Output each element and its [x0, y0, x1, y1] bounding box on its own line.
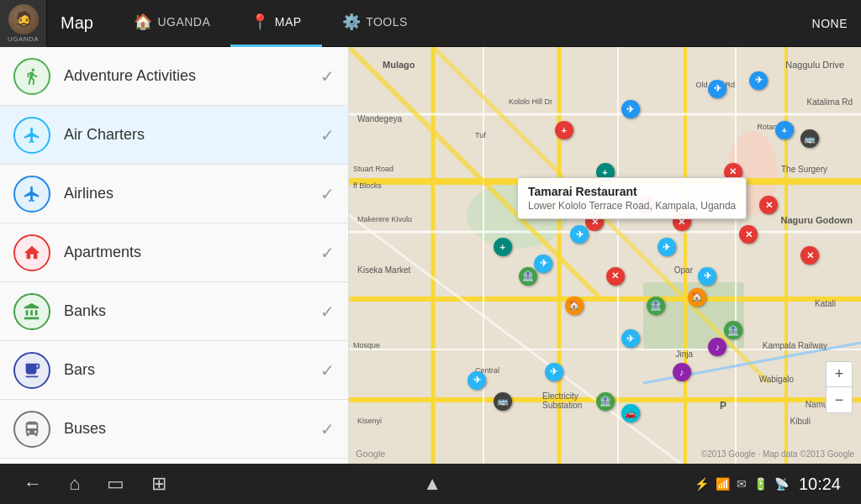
pin-lightblue-4: ✈	[698, 267, 716, 286]
airlines-icon	[13, 176, 50, 213]
pin-purple-2: ♪	[673, 363, 691, 381]
banks-label: Banks	[64, 302, 320, 320]
sidebar-item-adventure[interactable]: Adventure Activities ✓	[0, 47, 348, 106]
map-label-naggulu: Naggulu Drive	[785, 60, 844, 70]
battery-icon: 🔋	[753, 477, 768, 491]
map-controls: + −	[826, 361, 853, 413]
pin-lightblue-5: ✈	[621, 329, 640, 348]
google-watermark: Google	[356, 449, 385, 459]
zoom-out-button[interactable]: −	[827, 387, 852, 412]
recents-button[interactable]: ▭	[103, 470, 128, 498]
buses-check: ✓	[320, 419, 335, 439]
map-label-katali: Katali	[815, 299, 836, 308]
air-charters-icon	[13, 117, 50, 154]
sidebar-item-buses[interactable]: Buses ✓	[0, 400, 348, 459]
pin-cyan-1: 🚗	[621, 404, 640, 423]
pin-orange-2: 🏠	[688, 288, 706, 307]
pin-lightblue-6: ✈	[545, 363, 563, 381]
pin-blue-2: ✈	[708, 80, 726, 98]
bars-check: ✓	[320, 360, 335, 381]
map-label-katalima: Katalima Rd	[807, 97, 853, 107]
apartments-icon	[13, 234, 50, 271]
pin-red-1: +	[555, 121, 573, 139]
sidebar-item-air-charters[interactable]: Air Charters ✓	[0, 106, 348, 165]
status-icons: ⚡ 📶 ✉ 🔋 📡	[695, 477, 789, 491]
sidebar: Adventure Activities ✓ Air Charters ✓ Ai…	[0, 47, 349, 464]
up-button[interactable]: ▲	[423, 473, 441, 495]
tab-tools[interactable]: ⚙️ TOOLS	[322, 0, 428, 47]
apartments-label: Apartments	[64, 244, 320, 261]
pin-green-3: 🏦	[724, 321, 742, 339]
mail-icon: ✉	[737, 477, 747, 491]
pin-purple-1: ♪	[708, 338, 726, 356]
adventure-label: Adventure Activities	[64, 67, 320, 85]
map-label-mulago: Mulago	[383, 60, 415, 70]
home-button[interactable]: ⌂	[66, 470, 83, 498]
sidebar-item-bars[interactable]: Bars ✓	[0, 341, 348, 400]
pin-red-7: ✕	[739, 225, 758, 244]
map-label-makerere: Makerere Kivulu	[357, 215, 412, 223]
map-label-blocks: ff Blocks	[353, 181, 382, 190]
qr-button[interactable]: ⊞	[148, 470, 170, 498]
map-label-naguru: Naguru Godown	[780, 215, 853, 225]
buses-icon	[13, 411, 50, 448]
map-label-jinja: Jinja	[675, 349, 693, 359]
map-label-railway: Kampala Railway	[763, 341, 827, 350]
pin-red-3: ✕	[606, 267, 625, 286]
app-country-label: UGANDA	[8, 35, 39, 43]
sidebar-item-banks[interactable]: Banks ✓	[0, 282, 348, 341]
map-label-surgery: The Surgery	[781, 165, 827, 174]
bottom-bar: ← ⌂ ▭ ⊞ ▲ ⚡ 📶 ✉ 🔋 📡 10:24	[0, 464, 861, 504]
map-area[interactable]: Mulago Naggulu Drive Katalima Rd Wandege…	[349, 47, 861, 464]
sidebar-item-car-rental[interactable]: Car Rental ✓	[0, 459, 348, 464]
buses-label: Buses	[64, 420, 320, 438]
map-label-parking: P	[720, 400, 726, 412]
tab-tools-label: TOOLS	[366, 15, 408, 29]
map-label-tuf: Tuf	[475, 131, 486, 139]
home-icon: 🏠	[134, 13, 153, 31]
pin-orange-1: 🏠	[565, 297, 584, 315]
bars-label: Bars	[64, 361, 320, 379]
map-label-wandegeya: Wandegeya	[357, 114, 402, 123]
pin-lightblue-2: ✈	[570, 225, 589, 244]
pin-lightblue-1: ✈	[534, 255, 552, 273]
pin-blue-3: ✈	[749, 71, 768, 90]
tab-uganda[interactable]: 🏠 UGANDA	[114, 0, 230, 47]
app-icon: 🧔 UGANDA	[0, 0, 47, 47]
pin-teal-1: +	[494, 238, 512, 256]
avatar: 🧔	[8, 4, 39, 34]
map-label-electricity: ElectricitySubstation	[542, 391, 582, 410]
map-label-kololo: Kololo Hill Dr	[509, 97, 552, 106]
pin-dark-1: 🚌	[800, 129, 819, 148]
none-button[interactable]: NONE	[799, 17, 861, 30]
apartments-check: ✓	[320, 243, 335, 263]
pin-green-2: 🏦	[647, 297, 665, 315]
map-label-opar: Opar	[674, 265, 693, 275]
main-content: Adventure Activities ✓ Air Charters ✓ Ai…	[0, 47, 861, 464]
tooltip-address: Lower Kololo Terrace Road, Kampala, Ugan…	[528, 200, 736, 212]
map-label-kibuli: Kibuli	[790, 417, 811, 426]
adventure-check: ✓	[320, 66, 335, 87]
pin-lightblue-3: ✈	[658, 238, 676, 256]
map-copyright: ©2013 Google · Map data ©2013 Google	[701, 449, 854, 459]
sidebar-item-apartments[interactable]: Apartments ✓	[0, 223, 348, 282]
pin-blue-1: ✈	[621, 100, 640, 118]
bars-icon	[13, 352, 50, 389]
air-charters-check: ✓	[320, 125, 335, 145]
pin-dark-2: 🚌	[494, 392, 512, 411]
signal-icon: 📶	[716, 477, 730, 491]
pin-red-9: ✕	[800, 246, 819, 265]
pin-green-1: 🏦	[519, 267, 537, 286]
banks-check: ✓	[320, 302, 335, 322]
sidebar-item-airlines[interactable]: Airlines ✓	[0, 165, 348, 223]
time-display: 10:24	[799, 475, 841, 494]
zoom-in-button[interactable]: +	[827, 362, 852, 387]
back-button[interactable]: ←	[20, 470, 45, 498]
map-pin-icon: 📍	[251, 13, 270, 31]
banks-icon	[13, 293, 50, 330]
pin-lightblue-7: ✈	[467, 371, 486, 390]
adventure-icon	[13, 58, 50, 95]
pin-blue-4: +	[775, 121, 794, 139]
map-label-mosque: Mosque	[353, 341, 380, 349]
tab-map[interactable]: 📍 MAP	[230, 0, 321, 47]
